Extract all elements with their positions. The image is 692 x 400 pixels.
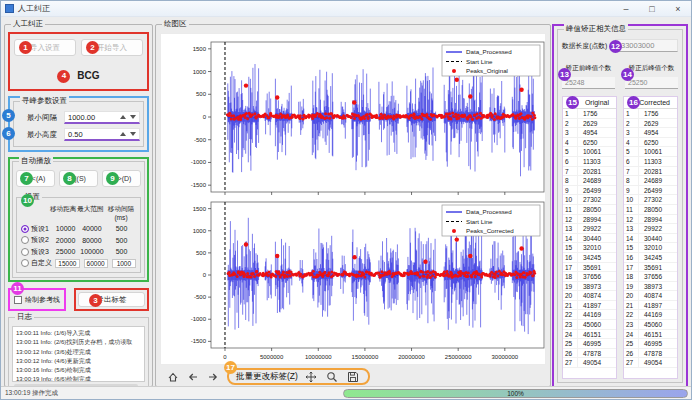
- table-row[interactable]: 1634245: [624, 253, 677, 263]
- table-row[interactable]: 611303: [624, 157, 677, 167]
- spin-up-icon[interactable]: [120, 115, 126, 119]
- forward-icon[interactable]: [205, 369, 220, 384]
- table-row[interactable]: 1128050: [624, 205, 677, 215]
- table-row[interactable]: 11756: [563, 109, 616, 119]
- table-row[interactable]: 2749054: [624, 358, 677, 368]
- table-row[interactable]: 46250: [563, 138, 616, 148]
- table-row[interactable]: 2647878: [624, 349, 677, 359]
- table-row[interactable]: 1329922: [563, 224, 616, 234]
- table-row[interactable]: 1735691: [563, 263, 616, 273]
- spin-up-icon[interactable]: [120, 132, 126, 136]
- table-row[interactable]: 1329922: [624, 224, 677, 234]
- table-row[interactable]: 2141897: [624, 301, 677, 311]
- table-row[interactable]: 510061: [563, 147, 616, 157]
- badge-6: 6: [2, 127, 15, 140]
- table-row[interactable]: 2141897: [563, 301, 616, 311]
- spin-down-icon[interactable]: [130, 115, 136, 119]
- table-row[interactable]: 1027302: [563, 195, 616, 205]
- import-settings-button[interactable]: 1 导入设置: [14, 39, 76, 56]
- maximize-icon[interactable]: □: [639, 1, 665, 16]
- batch-edit-labels-button[interactable]: 批量更改标签(Z): [236, 371, 298, 383]
- start-import-button[interactable]: 2 开始导入: [81, 39, 143, 56]
- autoplay-back-button[interactable]: 7 < <(A): [16, 170, 55, 187]
- table-row[interactable]: 824689: [624, 176, 677, 186]
- table-row[interactable]: 46250: [624, 138, 677, 148]
- table-row[interactable]: 1735691: [624, 263, 677, 273]
- min-height-spinbox[interactable]: 0.50: [64, 128, 140, 141]
- close-icon[interactable]: ×: [665, 1, 691, 16]
- preset-row-1[interactable]: 预设11000040000500: [19, 223, 138, 235]
- table-row[interactable]: 2546995: [563, 339, 616, 349]
- table-row[interactable]: 2749054: [563, 358, 616, 368]
- table-row[interactable]: 720281: [624, 167, 677, 177]
- table-row[interactable]: 720281: [563, 167, 616, 177]
- table-row[interactable]: 2446151: [624, 330, 677, 340]
- save-icon[interactable]: [346, 369, 361, 384]
- table-row[interactable]: 1532010: [624, 243, 677, 253]
- table-row[interactable]: 1430440: [563, 234, 616, 244]
- table-row[interactable]: 2647878: [563, 349, 616, 359]
- table-row[interactable]: 1837656: [624, 272, 677, 282]
- table-row[interactable]: 926499: [563, 186, 616, 196]
- table-row[interactable]: 1837656: [563, 272, 616, 282]
- table-row[interactable]: 926499: [624, 186, 677, 196]
- table-row[interactable]: 611303: [563, 157, 616, 167]
- table-row[interactable]: 2345060: [624, 320, 677, 330]
- log-area[interactable]: 13:00:11 Info: (1/6)导入完成13:00:11 Info: (…: [12, 326, 145, 382]
- table-row[interactable]: 34954: [624, 128, 677, 138]
- spin-down-icon[interactable]: [130, 132, 136, 136]
- svg-text:1500: 1500: [193, 46, 207, 52]
- table-row[interactable]: 34954: [563, 128, 616, 138]
- peak-table-original: 15 Original 1175622629349544625051006161…: [562, 96, 617, 379]
- status-text: 13:00:19 操作完成: [5, 389, 58, 398]
- table-row[interactable]: 2446151: [563, 330, 616, 340]
- table-row[interactable]: 1634245: [563, 253, 616, 263]
- min-interval-spinbox[interactable]: 1000.00: [64, 111, 140, 124]
- table-row[interactable]: 2040874: [563, 291, 616, 301]
- table-row[interactable]: 1228994: [624, 215, 677, 225]
- back-icon[interactable]: [185, 369, 200, 384]
- table-row[interactable]: 1027302: [624, 195, 677, 205]
- export-labels-button[interactable]: 3 导出标签: [78, 292, 145, 307]
- preset-row-4[interactable]: 自定义15000600001000: [19, 258, 138, 270]
- row-index: 10: [563, 195, 578, 204]
- table-row[interactable]: 2546995: [624, 339, 677, 349]
- zoom-icon[interactable]: [325, 369, 340, 384]
- preset-row-3[interactable]: 预设325000100000500: [19, 246, 138, 258]
- table-row[interactable]: 1938973: [624, 282, 677, 292]
- custom-value-input[interactable]: 60000: [84, 259, 108, 268]
- autoplay-forward-button[interactable]: 9 > >(D): [102, 170, 141, 187]
- table-row[interactable]: 11756: [624, 109, 677, 119]
- radio-button[interactable]: [21, 248, 29, 256]
- table-row[interactable]: 22629: [563, 119, 616, 129]
- row-index: 14: [624, 234, 639, 243]
- table-row[interactable]: 2345060: [563, 320, 616, 330]
- table-row[interactable]: 510061: [624, 147, 677, 157]
- table-row[interactable]: 824689: [563, 176, 616, 186]
- svg-text:500: 500: [196, 250, 207, 256]
- table-row[interactable]: 2040874: [624, 291, 677, 301]
- table-row[interactable]: 2244169: [624, 310, 677, 320]
- minimize-icon[interactable]: –: [613, 1, 639, 16]
- table-row[interactable]: 1430440: [624, 234, 677, 244]
- figure-canvas[interactable]: -1500-1000-500050010001500Data_Processed…: [160, 33, 546, 365]
- home-icon[interactable]: [165, 369, 180, 384]
- table-row[interactable]: 1532010: [563, 243, 616, 253]
- table-row[interactable]: 22629: [624, 119, 677, 129]
- table-row[interactable]: 1128050: [563, 205, 616, 215]
- radio-button[interactable]: [21, 259, 29, 267]
- draw-reference-checkbox[interactable]: [14, 296, 22, 304]
- peak-table-corrected-body[interactable]: 1175622629349544625051006161130372028182…: [624, 109, 677, 378]
- radio-button[interactable]: [21, 225, 29, 233]
- peak-value: 20281: [578, 167, 616, 176]
- custom-value-input[interactable]: 15000: [55, 259, 79, 268]
- table-row[interactable]: 2244169: [563, 310, 616, 320]
- table-row[interactable]: 1228994: [563, 215, 616, 225]
- table-row[interactable]: 1938973: [563, 282, 616, 292]
- custom-value-input[interactable]: 1000: [112, 259, 136, 268]
- peak-table-original-body[interactable]: 1175622629349544625051006161130372028182…: [563, 109, 616, 378]
- pan-icon[interactable]: [304, 369, 319, 384]
- preset-row-2[interactable]: 预设22000080000500: [19, 235, 138, 247]
- radio-button[interactable]: [21, 236, 29, 244]
- autoplay-pause-button[interactable]: 8 | |(S): [59, 170, 98, 187]
